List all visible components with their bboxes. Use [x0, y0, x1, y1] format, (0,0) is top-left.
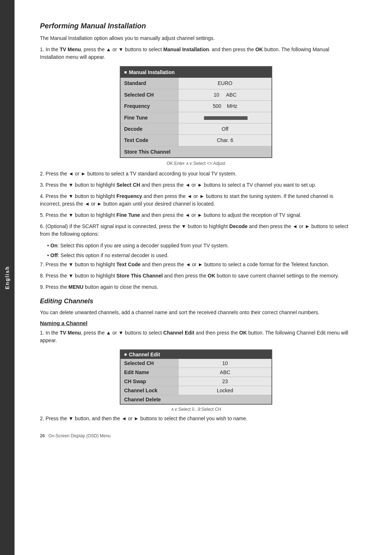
menu-row-frequency: Frequency 500 MHz	[121, 101, 271, 112]
step6-decode: Decode	[229, 223, 248, 229]
menu2-val-editname: ABC	[179, 368, 271, 377]
menu-row-standard: Standard EURO	[121, 78, 271, 89]
intro-text: The Manual Installation option allows yo…	[40, 35, 352, 42]
step8-text: 8. Press the ▼ button to highlight Store…	[40, 272, 352, 280]
naming-channedit: Channel Edit	[163, 330, 195, 336]
step7-text: 7. Press the ▼ button to highlight Text …	[40, 261, 352, 268]
manual-installation-section: Performing Manual Installation The Manua…	[40, 22, 352, 291]
step5-text: 5. Press the ▼ button to highlight Fine …	[40, 211, 352, 219]
naming-step1: 1. In the TV Menu, press the ▲ or ▼ butt…	[40, 329, 352, 344]
menu2-key-channellock: Channel Lock	[121, 386, 179, 395]
menu2-row-chswap: CH Swap 23	[121, 377, 271, 386]
subsection-title: Naming a Channel	[40, 320, 352, 326]
step8-ok: OK	[208, 273, 215, 279]
menu-row-finetune: Fine Tune	[121, 112, 271, 123]
menu-key-decode: Decode	[121, 123, 179, 134]
naming-ok: OK	[239, 330, 247, 336]
step7-textcode: Text Code	[117, 262, 141, 267]
section-title: Performing Manual Installation	[40, 22, 352, 30]
step3-selectch: Select CH	[117, 182, 140, 188]
menu-val-standard: EURO	[179, 78, 271, 89]
menu-key-finetune: Fine Tune	[121, 112, 179, 123]
menu-key-frequency: Frequency	[121, 101, 179, 112]
step8-storethischannel: Store This Channel	[117, 273, 163, 279]
steps-container: 1. In the TV Menu, press the ▲ or ▼ butt…	[40, 46, 352, 291]
page-footer: 26 On-Screen Display (OSD) Menu	[40, 433, 352, 438]
naming-tvmenu: TV Menu	[60, 330, 81, 336]
step1-ok: OK	[255, 46, 263, 52]
page-number: 26	[40, 433, 45, 438]
step5-finetune: Fine Tune	[117, 212, 140, 218]
menu-val-frequency: 500 MHz	[179, 101, 271, 112]
step1-manual: Manual Installation	[163, 46, 209, 52]
bullet-off-label: Off	[50, 252, 58, 258]
sidebar: English	[0, 0, 15, 555]
channel-edit-menu: Channel Edit Selected CH 10 Edit Name AB…	[120, 349, 272, 405]
menu2-key-editname: Edit Name	[121, 368, 179, 377]
menu1-title: Manual Installation	[121, 67, 271, 78]
naming-step2: 2. Press the ▼ button, and then the ◄ or…	[40, 415, 352, 422]
menu2-row-channeldelete: Channel Delete	[121, 395, 271, 404]
menu2-hint: ∧∨:Select 0...9:Select CH	[40, 407, 352, 412]
step1-tvmenu: TV Menu	[60, 46, 81, 52]
menu2-val-channellock: Locked	[179, 386, 271, 395]
step9-text: 9. Press the MENU button again to close …	[40, 283, 352, 291]
step6-text: 6. (Optional) If the SCART signal input …	[40, 223, 352, 238]
main-content: Performing Manual Installation The Manua…	[18, 0, 374, 460]
step9-menu: MENU	[69, 284, 83, 290]
menu-val-selectedch: 10 ABC	[179, 89, 271, 100]
menu-val-finetune	[179, 112, 271, 123]
fine-tune-bar	[204, 116, 248, 120]
manual-install-menu: Manual Installation Standard EURO Select…	[120, 66, 272, 158]
step4-text: 4. Press the ▼ button to highlight Frequ…	[40, 193, 352, 208]
menu1-hint: OK:Enter ∧∨:Select <>:Adjust	[40, 160, 352, 167]
bullet-off: Off: Select this option if no external d…	[47, 251, 352, 259]
menu2-row-editname: Edit Name ABC	[121, 368, 271, 377]
menu2-row-channellock: Channel Lock Locked	[121, 386, 271, 395]
menu2-row-selectedch: Selected CH 10	[121, 359, 271, 368]
section2-intro: You can delete unwanted channels, add a …	[40, 309, 352, 316]
menu2-key-selectedch: Selected CH	[121, 359, 179, 368]
menu2-val-selectedch: 10	[179, 359, 271, 368]
editing-channels-section: Editing Channels You can delete unwanted…	[40, 297, 352, 422]
menu-row-selectedch: Selected CH 10 ABC	[121, 89, 271, 101]
menu2-full-channeldelete: Channel Delete	[121, 395, 271, 404]
menu-row-decode: Decode Off	[121, 123, 271, 135]
step4-frequency: Frequency	[117, 193, 142, 199]
menu2-title: Channel Edit	[121, 350, 271, 359]
bullet-on-label: On	[50, 243, 57, 248]
bullet-on: On: Select this option if you are using …	[47, 242, 352, 250]
menu-row-textcode: Text Code Char. 6	[121, 135, 271, 146]
menu-key-textcode: Text Code	[121, 135, 179, 146]
sidebar-label: English	[4, 266, 10, 289]
menu-key-selectedch: Selected CH	[121, 89, 179, 100]
menu2-key-chswap: CH Swap	[121, 377, 179, 386]
step3-text: 3. Press the ▼ button to highlight Selec…	[40, 181, 352, 189]
footer-text: On-Screen Display (OSD) Menu	[48, 433, 110, 438]
step1-text: 1. In the TV Menu, press the ▲ or ▼ butt…	[40, 46, 352, 61]
menu-val-textcode: Char. 6	[179, 135, 271, 146]
menu-full-storethischannel: Store This Channel	[121, 146, 271, 157]
menu-row-storethischannel: Store This Channel	[121, 146, 271, 157]
step2-text: 2. Press the ◄ or ► buttons to select a …	[40, 170, 352, 178]
menu-val-decode: Off	[179, 123, 271, 134]
menu-key-standard: Standard	[121, 78, 179, 89]
section2-title: Editing Channels	[40, 297, 352, 305]
menu2-val-chswap: 23	[179, 377, 271, 386]
